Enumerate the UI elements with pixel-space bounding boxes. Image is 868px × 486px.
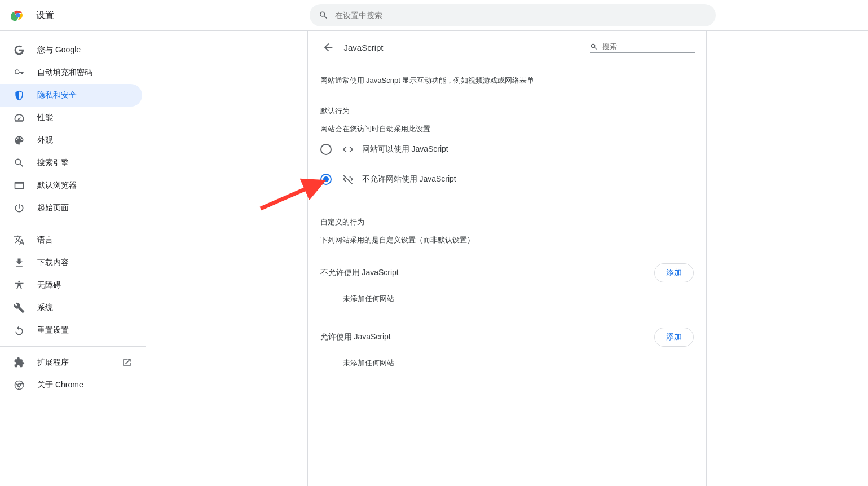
search-icon: [319, 10, 328, 20]
sidebar-item-performance[interactable]: 性能: [0, 107, 142, 129]
sidebar-divider: [0, 224, 146, 224]
custom-behavior-desc: 下列网站采用的是自定义设置（而非默认设置）: [320, 235, 694, 245]
block-list-header: 不允许使用 JavaScript: [320, 268, 399, 278]
content-panel: JavaScript 网站通常使用 JavaScript 显示互动功能，例如视频…: [307, 31, 707, 486]
content-search[interactable]: [590, 42, 695, 53]
chrome-outline-icon: [14, 379, 25, 391]
radio-button-icon: [320, 144, 332, 155]
add-block-button[interactable]: 添加: [654, 263, 694, 282]
sidebar-item-label: 扩展程序: [37, 357, 69, 368]
google-g-icon: [14, 45, 25, 56]
sidebar-item-system[interactable]: 系统: [0, 297, 142, 319]
page-title: 设置: [36, 10, 54, 21]
key-icon: [14, 67, 25, 78]
radio-button-selected-icon: [320, 174, 332, 185]
default-behavior-label: 默认行为: [320, 106, 694, 116]
sidebar: 您与 Google 自动填充和密码 隐私和安全 性能 外观 搜索引擎: [0, 31, 146, 486]
search-icon: [590, 42, 598, 51]
translate-icon: [14, 235, 25, 246]
radio-allow-label: 网站可以使用 JavaScript: [362, 144, 448, 154]
speedometer-icon: [14, 112, 25, 123]
sidebar-item-label: 自动填充和密码: [37, 68, 92, 78]
custom-behavior-label: 自定义的行为: [320, 217, 694, 227]
power-icon: [14, 202, 25, 214]
sidebar-item-label: 语言: [37, 235, 53, 245]
sidebar-item-reset[interactable]: 重置设置: [0, 319, 142, 342]
sidebar-item-accessibility[interactable]: 无障碍: [0, 274, 142, 297]
sidebar-item-search-engine[interactable]: 搜索引擎: [0, 152, 142, 174]
sidebar-item-languages[interactable]: 语言: [0, 229, 142, 251]
accessibility-icon: [14, 280, 25, 291]
code-off-icon: [342, 173, 354, 185]
add-allow-button[interactable]: 添加: [654, 328, 694, 347]
block-list-empty: 未添加任何网站: [343, 294, 694, 304]
shield-icon: [14, 90, 25, 101]
reset-icon: [14, 325, 25, 336]
radio-separator: [342, 164, 694, 164]
sidebar-item-label: 外观: [37, 135, 53, 145]
allow-list-header: 允许使用 JavaScript: [320, 332, 391, 342]
arrow-back-icon: [322, 41, 334, 54]
sidebar-item-about-chrome[interactable]: 关于 Chrome: [0, 374, 142, 396]
content-title: JavaScript: [344, 43, 384, 52]
sidebar-item-label: 重置设置: [37, 325, 69, 335]
sidebar-item-label: 您与 Google: [37, 45, 81, 55]
sidebar-item-label: 隐私和安全: [37, 90, 77, 100]
sidebar-item-label: 起始页面: [37, 203, 69, 213]
global-search-input[interactable]: [335, 11, 707, 20]
download-icon: [14, 257, 25, 268]
radio-block-label: 不允许网站使用 JavaScript: [362, 174, 456, 184]
allow-list-empty: 未添加任何网站: [343, 358, 694, 368]
extension-icon: [14, 357, 25, 368]
sidebar-item-label: 下载内容: [37, 258, 69, 268]
search-icon: [14, 157, 25, 169]
sidebar-item-default-browser[interactable]: 默认浏览器: [0, 174, 142, 197]
sidebar-item-autofill[interactable]: 自动填充和密码: [0, 61, 142, 84]
sidebar-item-label: 性能: [37, 113, 53, 123]
open-in-new-icon: [122, 357, 132, 368]
sidebar-item-label: 搜索引擎: [37, 158, 69, 168]
global-search[interactable]: [310, 4, 716, 26]
sidebar-item-label: 系统: [37, 303, 53, 313]
wrench-icon: [14, 302, 25, 313]
intro-text: 网站通常使用 JavaScript 显示互动功能，例如视频游戏或网络表单: [320, 75, 694, 87]
code-icon: [342, 143, 354, 156]
palette-icon: [14, 135, 25, 146]
default-behavior-desc: 网站会在您访问时自动采用此设置: [320, 124, 694, 134]
radio-allow-js[interactable]: 网站可以使用 JavaScript: [320, 135, 694, 164]
sidebar-item-you-and-google[interactable]: 您与 Google: [0, 39, 142, 61]
content-search-input[interactable]: [602, 42, 695, 51]
sidebar-item-extensions[interactable]: 扩展程序: [0, 351, 142, 374]
sidebar-item-label: 关于 Chrome: [37, 380, 83, 390]
sidebar-item-privacy[interactable]: 隐私和安全: [0, 84, 142, 107]
radio-block-js[interactable]: 不允许网站使用 JavaScript: [320, 165, 694, 193]
sidebar-item-on-startup[interactable]: 起始页面: [0, 197, 142, 219]
sidebar-item-appearance[interactable]: 外观: [0, 129, 142, 152]
back-button[interactable]: [319, 38, 337, 56]
sidebar-item-downloads[interactable]: 下载内容: [0, 251, 142, 274]
sidebar-divider: [0, 346, 146, 347]
sidebar-item-label: 无障碍: [37, 280, 61, 290]
browser-icon: [14, 180, 25, 191]
chrome-logo-icon: [11, 8, 25, 22]
app-header: 设置: [0, 0, 868, 31]
sidebar-item-label: 默认浏览器: [37, 180, 77, 191]
